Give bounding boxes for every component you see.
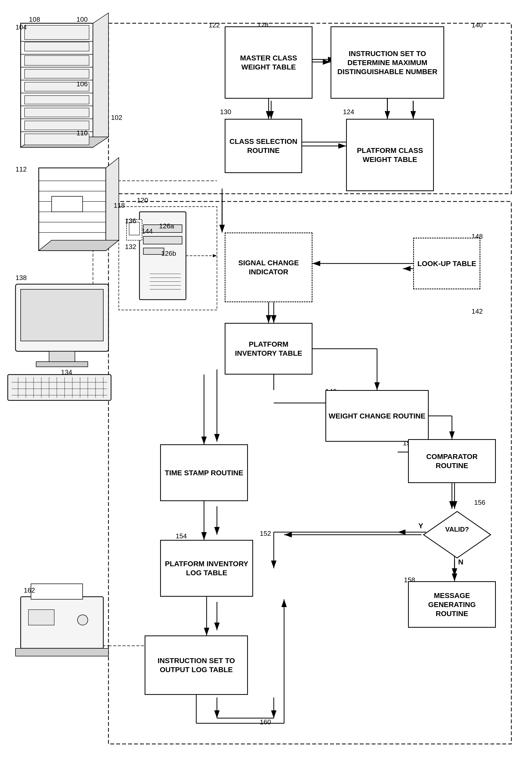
- weight-change-routine-box: WEIGHT CHANGE ROUTINE: [325, 390, 429, 442]
- svg-rect-60: [52, 196, 83, 212]
- ref-154: 154: [176, 532, 187, 540]
- ref-106: 106: [77, 80, 88, 88]
- svg-rect-95: [29, 610, 54, 625]
- ref-100: 100: [77, 16, 88, 24]
- ref-118: 118: [114, 202, 125, 209]
- ref-162: 162: [24, 586, 35, 594]
- svg-point-96: [78, 615, 88, 625]
- svg-rect-63: [49, 351, 75, 362]
- svg-rect-93: [31, 584, 83, 599]
- ref-144: 144: [142, 227, 152, 235]
- svg-rect-65: [8, 375, 111, 400]
- ref-110: 110: [77, 129, 88, 137]
- ref-156: 156: [474, 498, 485, 506]
- svg-rect-94: [26, 648, 90, 656]
- platform-class-weight-table-box: PLATFORM CLASS WEIGHT TABLE: [346, 119, 434, 191]
- valid-decision-diamond: VALID?: [421, 509, 493, 560]
- svg-rect-64: [36, 362, 88, 367]
- instruction-set-determine-box: INSTRUCTION SET TO DETERMINE MAXIMUM DIS…: [330, 26, 444, 99]
- svg-rect-97: [16, 648, 108, 656]
- look-up-table-box: LOOK-UP TABLE: [413, 238, 480, 289]
- diagram-svg: [0, 0, 532, 761]
- message-generating-routine-box: MESSAGE GENERATING ROUTINE: [408, 581, 496, 628]
- diagram-container: 100 102 104 106 108 110 112 118 120 122 …: [0, 0, 532, 761]
- svg-rect-84: [143, 248, 164, 255]
- svg-marker-59: [39, 240, 119, 251]
- ref-122: 122: [209, 21, 220, 29]
- ref-140: 140: [472, 21, 483, 29]
- svg-rect-49: [25, 121, 89, 130]
- svg-rect-61: [16, 284, 108, 351]
- ref-108: 108: [29, 16, 40, 24]
- master-class-weight-table-box: MASTER CLASS WEIGHT TABLE: [225, 26, 313, 99]
- ref-120: 120: [137, 196, 148, 204]
- ref-102: 102: [111, 114, 122, 122]
- ref-160: 160: [260, 718, 271, 726]
- class-selection-routine-box: CLASS SELECTION ROUTINE: [225, 119, 302, 173]
- ref-126a: 126a: [159, 222, 174, 230]
- svg-rect-51: [39, 168, 106, 251]
- ref-104: 104: [16, 23, 27, 31]
- ref-126b: 126b: [161, 250, 176, 258]
- svg-text:VALID?: VALID?: [445, 525, 469, 533]
- time-stamp-routine-box: TIME STAMP ROUTINE: [160, 444, 248, 501]
- platform-inventory-table-box: PLATFORM INVENTORY TABLE: [225, 323, 313, 375]
- svg-marker-41: [21, 137, 108, 147]
- svg-rect-44: [25, 56, 89, 65]
- ref-152: 152: [260, 530, 271, 538]
- n-label: N: [458, 558, 463, 566]
- comparator-routine-box: COMPARATOR ROUTINE: [408, 439, 496, 483]
- svg-rect-47: [25, 95, 89, 104]
- platform-inventory-log-table-box: PLATFORM INVENTORY LOG TABLE: [160, 540, 253, 597]
- signal-change-indicator-box: SIGNAL CHANGE INDICATOR: [225, 232, 313, 302]
- svg-rect-92: [21, 597, 103, 648]
- ref-136: 136: [125, 217, 136, 225]
- svg-rect-45: [25, 69, 89, 78]
- instruction-set-output-log-box: INSTRUCTION SET TO OUTPUT LOG TABLE: [145, 635, 248, 695]
- y-label: Y: [418, 522, 423, 530]
- ref-112: 112: [16, 165, 27, 173]
- svg-rect-42: [25, 25, 89, 39]
- ref-124: 124: [343, 108, 354, 116]
- ref-132: 132: [125, 243, 136, 251]
- ref-142: 142: [472, 307, 483, 316]
- svg-rect-48: [25, 108, 89, 117]
- ref-134: 134: [61, 368, 72, 377]
- svg-rect-83: [143, 236, 182, 244]
- svg-rect-62: [21, 289, 103, 341]
- ref-138: 138: [16, 274, 27, 282]
- ref-130: 130: [220, 108, 231, 116]
- svg-rect-43: [25, 42, 89, 51]
- extra-arrows-svg: [0, 0, 532, 761]
- svg-marker-101: [424, 511, 491, 558]
- svg-marker-40: [93, 13, 108, 147]
